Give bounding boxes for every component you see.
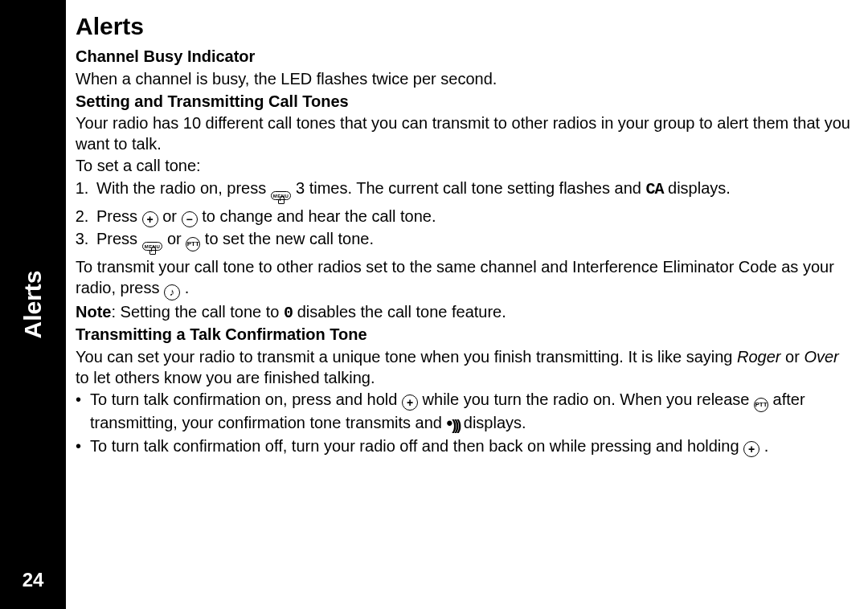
step-2: Press + or − to change and hear the call…: [93, 206, 852, 227]
bullet-2: • To turn talk confirmation off, turn yo…: [76, 436, 852, 457]
menu-lock-icon-2: MENU: [142, 242, 163, 255]
confirm-intro-b: to let others know you are finished talk…: [76, 369, 375, 386]
step-1: With the radio on, press MENU 3 times. T…: [93, 178, 852, 205]
heading-talk-confirm: Transmitting a Talk Confirmation Tone: [76, 325, 852, 345]
minus-icon: −: [182, 211, 198, 227]
b1-b: while you turn the radio on. When you re…: [423, 390, 754, 408]
plus-icon: +: [142, 211, 158, 227]
ptt-icon-2: PTT: [754, 398, 768, 412]
bullet-1-text: To turn talk confirmation on, press and …: [90, 390, 852, 435]
step3-text-mid: or: [167, 230, 186, 247]
b2-b: .: [764, 437, 769, 455]
b2-a: To turn talk confirmation off, turn your…: [90, 437, 743, 455]
step3-text-a: Press: [96, 230, 142, 247]
lock-icon-2: [149, 250, 156, 255]
bullet-1: • To turn talk confirmation on, press an…: [76, 390, 852, 435]
page-number: 24: [0, 569, 66, 591]
note-label: Note: [76, 303, 111, 321]
over-italic: Over: [804, 348, 838, 366]
ptt-icon: PTT: [186, 237, 200, 251]
body-to-set: To set a call tone:: [76, 156, 852, 177]
transmit-text-b: .: [185, 279, 190, 296]
step3-text-b: to set the new call tone.: [205, 230, 374, 247]
page-title: Alerts: [76, 11, 852, 42]
step1-text-a: With the radio on, press: [96, 179, 271, 197]
bullet-dot-1: •: [76, 390, 84, 435]
menu-lock-icon: MENU: [271, 191, 292, 205]
plus-icon-3: +: [743, 441, 760, 457]
step1-text-c: displays.: [668, 179, 731, 197]
step2-text-mid: or: [162, 207, 181, 225]
roger-italic: Roger: [737, 348, 780, 366]
plus-icon-2: +: [402, 394, 418, 411]
sound-waves-icon: •))): [447, 412, 460, 435]
lock-icon: [278, 199, 285, 204]
b1-d: displays.: [464, 414, 526, 431]
note-paragraph: Note: Setting the call tone to 0 disable…: [76, 302, 852, 324]
body-talk-confirm-intro: You can set your radio to transmit a uni…: [76, 347, 852, 388]
sidebar-section-label: Alerts: [19, 270, 47, 338]
step1-text-b: 3 times. The current call tone setting f…: [296, 179, 645, 197]
body-channel-busy: When a channel is busy, the LED flashes …: [76, 69, 852, 90]
note-text-b: disables the call tone feature.: [297, 303, 506, 321]
body-call-tones-intro: Your radio has 10 different call tones t…: [76, 113, 852, 154]
bullet-2-text: To turn talk confirmation off, turn your…: [90, 436, 852, 457]
steps-list: With the radio on, press MENU 3 times. T…: [76, 178, 852, 255]
transmit-text-a: To transmit your call tone to other radi…: [76, 258, 834, 296]
bullet-list: • To turn talk confirmation on, press an…: [76, 390, 852, 457]
confirm-intro-a: You can set your radio to transmit a uni…: [76, 348, 737, 366]
music-note-icon: ♪: [164, 284, 180, 300]
step-3: Press MENU or PTT to set the new call to…: [93, 229, 852, 255]
bullet-dot-2: •: [76, 436, 84, 457]
sidebar: Alerts 24: [0, 0, 66, 609]
ca-display-icon: CA: [645, 180, 663, 198]
step2-text-a: Press: [96, 207, 142, 225]
heading-channel-busy: Channel Busy Indicator: [76, 47, 852, 67]
b1-a: To turn talk confirmation on, press and …: [90, 390, 402, 408]
confirm-intro-mid: or: [781, 348, 805, 366]
heading-call-tones: Setting and Transmitting Call Tones: [76, 92, 852, 112]
zero-display-icon: 0: [284, 304, 293, 322]
page-container: Alerts 24 Alerts Channel Busy Indicator …: [0, 0, 868, 609]
transmit-paragraph: To transmit your call tone to other radi…: [76, 257, 852, 300]
note-text-a: : Setting the call tone to: [111, 303, 284, 321]
step2-text-b: to change and hear the call tone.: [202, 207, 436, 225]
content-area: Alerts Channel Busy Indicator When a cha…: [66, 0, 868, 609]
